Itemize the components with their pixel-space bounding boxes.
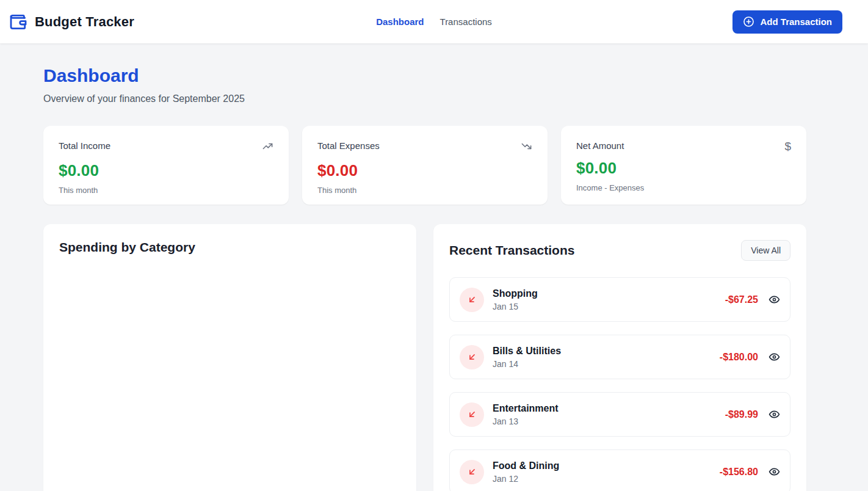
transaction-name: Entertainment [493,403,559,414]
wallet-icon [9,12,28,32]
view-details-eye-icon[interactable] [769,466,780,478]
expense-arrow-icon [460,288,484,312]
expense-arrow-icon [460,345,484,369]
stat-caption: This month [59,186,273,195]
stats-row: Total Income $0.00 This month Total Expe… [43,126,806,205]
transaction-name: Food & Dining [493,460,559,471]
dollar-icon: $ [784,140,791,152]
recent-transactions-panel: Recent Transactions View All Shopping Ja… [433,224,806,491]
transaction-date: Jan 12 [493,474,559,484]
nav-transactions[interactable]: Transactions [440,16,492,27]
stat-caption: This month [317,186,532,195]
panels-row: Spending by Category Recent Transactions… [43,224,806,491]
transaction-name: Bills & Utilities [493,346,561,357]
add-transaction-label: Add Transaction [760,16,832,27]
stat-card-total-income: Total Income $0.00 This month [43,126,289,205]
transaction-date: Jan 13 [493,416,559,426]
nav-dashboard[interactable]: Dashboard [376,16,424,27]
app-header: Budget Tracker Dashboard Transactions Ad… [0,0,868,43]
transaction-row[interactable]: Shopping Jan 15 -$67.25 [449,277,790,322]
view-details-eye-icon[interactable] [769,351,780,363]
transaction-date: Jan 15 [493,302,538,311]
spending-by-category-panel: Spending by Category [43,224,416,491]
trending-down-icon [521,140,532,155]
stat-value: $0.00 [576,159,791,178]
expense-arrow-icon [460,460,484,484]
main-content: Dashboard Overview of your finances for … [43,43,806,491]
transaction-amount: -$67.25 [725,294,758,305]
transaction-row[interactable]: Bills & Utilities Jan 14 -$180.00 [449,335,790,379]
page-head: Dashboard Overview of your finances for … [43,43,806,104]
app-title: Budget Tracker [35,14,134,30]
trending-up-icon [262,140,273,155]
main-nav: Dashboard Transactions [376,16,492,27]
stat-value: $0.00 [59,161,273,180]
stat-value: $0.00 [317,161,532,180]
transaction-amount: -$89.99 [725,409,758,420]
stat-caption: Income - Expenses [576,183,791,192]
page-title: Dashboard [43,65,806,86]
add-transaction-button[interactable]: Add Transaction [732,10,842,34]
transaction-list: Shopping Jan 15 -$67.25 [449,277,790,491]
expense-arrow-icon [460,402,484,427]
view-details-eye-icon[interactable] [769,294,780,305]
stat-card-net-amount: Net Amount $ $0.00 Income - Expenses [561,126,806,205]
transaction-name: Shopping [493,288,538,299]
transaction-amount: -$156.80 [720,467,758,478]
transaction-date: Jan 14 [493,359,561,369]
stat-card-total-expenses: Total Expenses $0.00 This month [302,126,548,205]
plus-circle-icon [743,16,754,27]
brand: Budget Tracker [9,12,134,32]
transactions-panel-title: Recent Transactions [449,243,574,258]
transaction-row[interactable]: Food & Dining Jan 12 -$156.80 [449,449,790,491]
stat-label: Net Amount [576,140,624,151]
transaction-amount: -$180.00 [720,352,758,363]
view-all-button[interactable]: View All [741,240,790,261]
page-subtitle: Overview of your finances for September … [43,93,806,104]
transaction-row[interactable]: Entertainment Jan 13 -$89.99 [449,392,790,437]
view-details-eye-icon[interactable] [769,409,780,420]
spending-panel-title: Spending by Category [59,240,400,255]
stat-label: Total Expenses [317,140,380,151]
stat-label: Total Income [59,140,110,151]
